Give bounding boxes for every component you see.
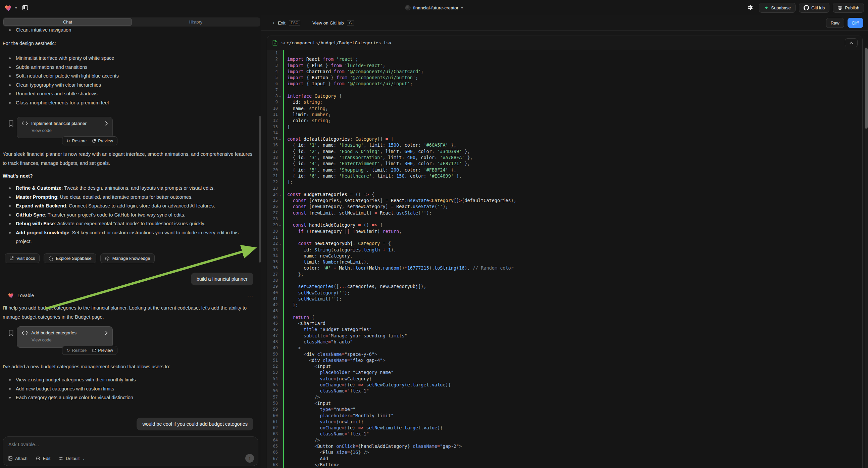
- list-item: Expand with Backend: Connect Supabase to…: [3, 201, 255, 210]
- list-item: Rounded corners and subtle shadows: [3, 89, 255, 98]
- settings-gear-icon[interactable]: [745, 3, 755, 13]
- code-line: 36 color: '#' + Math.floor(Math.random()…: [267, 265, 862, 271]
- code-line: 45 <ChartCard: [267, 320, 862, 326]
- list-item: Refine & Customize: Tweak the design, an…: [3, 184, 255, 193]
- code-line: 64 />: [267, 437, 862, 443]
- code-line: 40 setNewCategory('');: [267, 290, 862, 296]
- code-line: 67 Add: [267, 456, 862, 462]
- design-bullet-list: Minimalist interface with plenty of whit…: [3, 54, 255, 107]
- lovable-logo-icon[interactable]: [5, 4, 12, 11]
- code-line: 60 placeholder="Monthly limit": [267, 413, 862, 419]
- code-line: 30 if (!newCategory || !newLimit) return…: [267, 228, 862, 234]
- tab-chat[interactable]: Chat: [3, 18, 132, 26]
- tab-history[interactable]: History: [132, 18, 260, 26]
- manage-knowledge-button[interactable]: Manage knowledge: [100, 254, 155, 263]
- list-item: Add new budget categories with custom li…: [3, 384, 255, 393]
- visit-docs-button[interactable]: Visit docs: [5, 254, 39, 263]
- exit-chevron-icon: ‹: [273, 20, 275, 26]
- code-line: 53 placeholder="Category name": [267, 369, 862, 375]
- quick-actions-row: Visit docs Explore Supabase Manage knowl…: [5, 254, 257, 263]
- publish-button[interactable]: Publish: [833, 3, 864, 13]
- file-header[interactable]: src/components/budget/BudgetCategories.t…: [267, 36, 862, 50]
- code-line: 50 <div className="space-y-6">: [267, 351, 862, 357]
- code-line: 4import ChartCard from '@/components/ui/…: [267, 68, 862, 75]
- code-icon: [22, 331, 28, 335]
- version-card-add-budget-categories[interactable]: Add budget categories View code: [17, 326, 113, 348]
- prompt-input-box: Attach Edit Default ⌄ ↑: [3, 436, 258, 466]
- code-line: 37 };: [267, 271, 862, 277]
- list-item: Debug with Ease: Activate our experiment…: [3, 219, 255, 228]
- restore-preview-bar: ↻ Restore Preview: [62, 346, 118, 355]
- github-icon: [804, 5, 809, 10]
- external-link-icon: [92, 139, 96, 143]
- restore-preview-bar: ↻ Restore Preview: [62, 136, 118, 145]
- code-line: 59 type="number": [267, 406, 862, 412]
- chat-scrollbar[interactable]: [259, 116, 261, 263]
- code-line: 17 { id: '2', name: 'Food & Dining', lim…: [267, 148, 862, 154]
- preview-button[interactable]: Preview: [92, 139, 113, 143]
- code-line: 32⌄ const newCategoryObj: Category = {: [267, 240, 862, 246]
- attach-button[interactable]: Attach: [8, 456, 28, 461]
- code-line: 48 className="h-auto": [267, 339, 862, 345]
- mode-selector[interactable]: Default ⌄: [58, 456, 85, 461]
- code-line: 15⌄const defaultCategories: Category[] =…: [267, 136, 862, 142]
- code-line: 24⌄const BudgetCategories = () => {: [267, 192, 862, 197]
- logo-chevron-down-icon[interactable]: ▾: [15, 6, 17, 10]
- restore-icon: ↻: [66, 348, 70, 353]
- code-line: 7: [267, 87, 862, 93]
- code-line: 39 setCategories([...categories, newCate…: [267, 283, 862, 289]
- project-icon: [405, 5, 410, 10]
- list-item: Add project knowledge: Set key context o…: [3, 228, 255, 246]
- raw-toggle-button[interactable]: Raw: [826, 18, 844, 28]
- user-message-bubble: build a financial planner: [191, 273, 253, 285]
- intro-bullet-list: Clean, intuitive navigation: [3, 26, 255, 35]
- collapse-file-button[interactable]: [845, 38, 858, 47]
- file-diff-card: src/components/budget/BudgetCategories.t…: [267, 36, 863, 468]
- github-button[interactable]: GitHub: [799, 3, 829, 13]
- code-line: 56 className="flex-1": [267, 388, 862, 394]
- message-menu-icon[interactable]: ···: [247, 293, 253, 298]
- list-item: Soft, neutral color palette with light b…: [3, 71, 255, 81]
- code-line: 54 value={newCategory}: [267, 376, 862, 382]
- project-name: financial-future-creator: [413, 5, 458, 10]
- view-code-link[interactable]: View code: [32, 128, 108, 133]
- bookmark-icon[interactable]: [8, 330, 14, 337]
- code-view-header: ‹ Exit esc View on GitHub G Raw Diff: [261, 16, 868, 31]
- bookmark-icon[interactable]: [8, 120, 14, 127]
- project-switcher[interactable]: financial-future-creator ▾: [405, 0, 463, 16]
- code-line: 29⌄ const handleAddCategory = () => {: [267, 222, 862, 228]
- send-button[interactable]: ↑: [245, 454, 254, 463]
- list-item: Master Prompting: Use clear, detailed, a…: [3, 193, 255, 202]
- code-line: 22];: [267, 179, 862, 185]
- code-line: 10 name: string;: [267, 106, 862, 112]
- toggle-sidebar-icon[interactable]: [20, 3, 31, 13]
- exit-button[interactable]: Exit: [278, 21, 285, 26]
- code-line: 34 name: newCategory,: [267, 253, 862, 259]
- external-link-icon: [92, 349, 96, 352]
- file-path: src/components/budget/BudgetCategories.t…: [281, 40, 841, 45]
- g-key-badge: G: [347, 20, 354, 26]
- restore-button[interactable]: ↻ Restore: [66, 348, 87, 353]
- preview-button[interactable]: Preview: [92, 348, 113, 353]
- restore-button[interactable]: ↻ Restore: [66, 138, 87, 143]
- edit-button[interactable]: Edit: [36, 456, 50, 461]
- code-line: 8⌄interface Category {: [267, 93, 862, 99]
- chat-history-tabs: Chat History: [3, 18, 260, 27]
- list-item: Glass-morphic elements for a premium fee…: [3, 98, 255, 108]
- chevron-right-icon: [105, 331, 108, 335]
- view-code-link[interactable]: View code: [32, 338, 108, 343]
- explore-supabase-button[interactable]: Explore Supabase: [43, 254, 96, 263]
- prompt-input[interactable]: [8, 442, 253, 447]
- esc-key-badge: esc: [289, 20, 300, 26]
- diff-toggle-button[interactable]: Diff: [847, 18, 863, 28]
- supabase-button[interactable]: Supabase: [759, 3, 796, 13]
- list-item: GitHub Sync: Transfer your project's cod…: [3, 210, 255, 220]
- code-scrollbar-thumb[interactable]: [865, 48, 868, 128]
- code-editor[interactable]: 12import React from 'react';3import { Pl…: [267, 50, 862, 468]
- code-line: 19 { id: '4', name: 'Entertainment', lim…: [267, 160, 862, 167]
- package-icon: [105, 256, 110, 261]
- code-line: 41 setNewLimit('');: [267, 296, 862, 302]
- added-bullet-list: View existing budget categories with the…: [3, 375, 255, 402]
- view-on-github-button[interactable]: View on GitHub: [312, 21, 344, 26]
- version-card-implement-financial-planner[interactable]: Implement financial planner View code: [17, 117, 113, 138]
